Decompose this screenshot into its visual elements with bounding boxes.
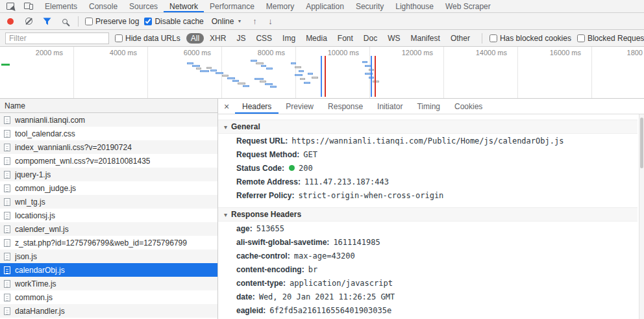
request-row[interactable]: calendarObj.js: [0, 263, 217, 277]
field-label: cache-control:: [236, 251, 290, 261]
request-row[interactable]: tool_calendar.css: [0, 127, 217, 140]
request-row[interactable]: wnl_tg.js: [0, 195, 217, 209]
details-tab-cookies[interactable]: Cookies: [447, 99, 489, 114]
request-row[interactable]: calender_wnl.js: [0, 222, 217, 236]
request-row[interactable]: workTime.js: [0, 277, 217, 290]
section-header[interactable]: ▾Response Headers: [218, 207, 638, 222]
preserve-log-checkbox[interactable]: [85, 18, 93, 25]
field-value: 200: [299, 164, 313, 173]
type-filter-font[interactable]: Font: [333, 33, 358, 44]
type-filter-xhr[interactable]: XHR: [205, 33, 230, 44]
type-filter-other[interactable]: Other: [446, 33, 475, 44]
headers-content: ▾GeneralRequest URL:https://wannianli.ti…: [218, 114, 644, 319]
timeline-overview[interactable]: 2000 ms4000 ms6000 ms8000 ms10000 ms1200…: [0, 47, 644, 99]
type-filter-all[interactable]: All: [186, 33, 204, 44]
type-filter-manifest[interactable]: Manifest: [406, 33, 445, 44]
requests-panel: Name wannianli.tianqi.comtool_calendar.c…: [0, 99, 218, 319]
type-filter-media[interactable]: Media: [301, 33, 332, 44]
disable-cache-option[interactable]: Disable cache: [144, 17, 203, 26]
tab-memory[interactable]: Memory: [260, 0, 300, 12]
tab-security[interactable]: Security: [350, 0, 390, 12]
request-row[interactable]: index_wannianli.css?v=20190724: [0, 140, 217, 154]
throttling-select[interactable]: Online ▼: [209, 17, 245, 26]
tab-lighthouse[interactable]: Lighthouse: [390, 0, 440, 12]
waterfall-mark: [227, 77, 235, 79]
export-har-icon[interactable]: ↓: [265, 15, 275, 28]
request-name: compoment_wnl.css?v=201810081435: [15, 157, 150, 166]
device-frames-icon: [24, 2, 33, 10]
tab-sources[interactable]: Sources: [123, 0, 164, 12]
toolbar-separator: [78, 16, 79, 27]
request-row[interactable]: z_stat.php?id=1275796799&web_id=12757967…: [0, 236, 217, 249]
hide-data-urls-checkbox[interactable]: [115, 34, 123, 42]
inspect-element-icon[interactable]: [4, 0, 17, 13]
request-row[interactable]: json.js: [0, 249, 217, 263]
disable-cache-checkbox[interactable]: [144, 18, 152, 25]
preserve-log-label: Preserve log: [95, 17, 139, 26]
tab-web-scraper[interactable]: Web Scraper: [440, 0, 497, 12]
device-toolbar-icon[interactable]: [22, 0, 35, 13]
timeline-tick-label: 1800: [627, 49, 643, 57]
type-filter-ws[interactable]: WS: [383, 33, 404, 44]
search-icon: [62, 19, 68, 24]
details-tabbar: × HeadersPreviewResponseInitiatorTimingC…: [218, 99, 644, 114]
request-row[interactable]: common_judge.js: [0, 181, 217, 195]
field-value: 111.47.213.187:443: [304, 177, 389, 186]
header-field: content-type:application/javascript: [218, 276, 638, 290]
details-tab-headers[interactable]: Headers: [235, 99, 279, 114]
field-label: Remote Address:: [236, 177, 301, 186]
blocked-requests-option[interactable]: Blocked Requests: [577, 34, 644, 43]
blocked-requests-checkbox[interactable]: [577, 34, 585, 42]
tab-performance[interactable]: Performance: [204, 0, 260, 12]
name-column-header[interactable]: Name: [0, 99, 217, 113]
clear-button[interactable]: [22, 15, 35, 28]
request-row[interactable]: jquery-1.js: [0, 168, 217, 181]
request-row[interactable]: locationsj.js: [0, 209, 217, 222]
request-row[interactable]: dataHandler.js: [0, 304, 217, 318]
request-row[interactable]: compoment_wnl.css?v=201810081435: [0, 154, 217, 168]
has-blocked-cookies-label: Has blocked cookies: [500, 34, 571, 43]
close-details-icon[interactable]: ×: [218, 99, 235, 114]
header-field: Request Method:GET: [218, 147, 638, 161]
file-icon: [4, 239, 10, 247]
file-icon: [4, 266, 10, 274]
details-tab-timing[interactable]: Timing: [410, 99, 447, 114]
header-field: Remote Address:111.47.213.187:443: [218, 175, 638, 188]
scrollbar-thumb[interactable]: [640, 118, 643, 168]
details-tab-response[interactable]: Response: [321, 99, 370, 114]
has-blocked-cookies-checkbox[interactable]: [489, 34, 497, 42]
hide-data-urls-option[interactable]: Hide data URLs: [115, 34, 180, 43]
details-scrollbar[interactable]: [639, 114, 644, 319]
file-icon: [4, 157, 10, 165]
tab-network[interactable]: Network: [164, 0, 204, 12]
tab-elements[interactable]: Elements: [39, 0, 83, 12]
import-har-icon[interactable]: ↑: [249, 15, 260, 28]
waterfall-mark: [308, 73, 313, 75]
request-name: json.js: [15, 252, 37, 261]
devtools-window: ElementsConsoleSourcesNetworkPerformance…: [0, 0, 644, 319]
field-value: 6f2fd5a216116556401903035e: [269, 306, 391, 315]
details-tab-initiator[interactable]: Initiator: [370, 99, 410, 114]
details-tab-preview[interactable]: Preview: [279, 99, 321, 114]
filter-toggle-button[interactable]: [40, 15, 53, 28]
field-label: date:: [236, 292, 255, 301]
file-icon: [4, 116, 10, 124]
type-filter-img[interactable]: Img: [278, 33, 300, 44]
has-blocked-cookies-option[interactable]: Has blocked cookies: [489, 34, 571, 43]
header-field: cache-control:max-age=43200: [218, 249, 638, 262]
waterfall-mark: [254, 78, 264, 80]
section-header[interactable]: ▾General: [218, 120, 638, 134]
request-row[interactable]: common.js: [0, 290, 217, 304]
type-filter-js[interactable]: JS: [232, 33, 250, 44]
network-main: Name wannianli.tianqi.comtool_calendar.c…: [0, 99, 644, 319]
request-row[interactable]: wannianli.tianqi.com: [0, 113, 217, 127]
preserve-log-option[interactable]: Preserve log: [85, 17, 139, 26]
type-filter-css[interactable]: CSS: [251, 33, 277, 44]
page-event-line: [325, 56, 326, 97]
tab-application[interactable]: Application: [300, 0, 350, 12]
filter-input[interactable]: [5, 32, 109, 44]
record-button[interactable]: [4, 15, 17, 28]
type-filter-doc[interactable]: Doc: [359, 33, 382, 44]
tab-console[interactable]: Console: [83, 0, 123, 12]
search-button[interactable]: [58, 15, 71, 28]
